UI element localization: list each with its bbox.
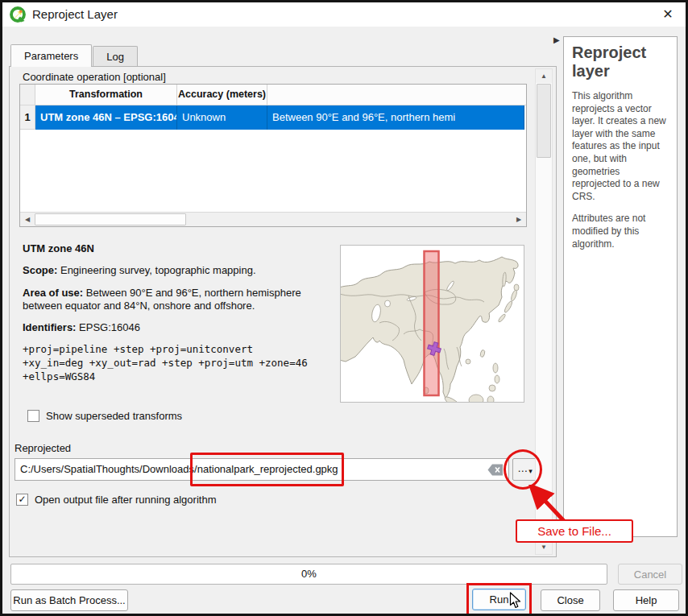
- clear-field-icon[interactable]: [487, 464, 504, 476]
- reprojected-label: Reprojected: [15, 442, 71, 454]
- help-title: Reproject layer: [572, 43, 669, 81]
- close-button[interactable]: Close: [541, 589, 600, 611]
- window-title: Reproject Layer: [32, 2, 118, 27]
- col-header-accuracy: Accuracy (meters): [177, 85, 267, 105]
- vertical-scroll-thumb[interactable]: [537, 84, 551, 158]
- cell-area[interactable]: Between 90°E and 96°E, northern hemi: [267, 105, 524, 130]
- table-row[interactable]: 1 UTM zone 46N – EPSG:16046 Unknown Betw…: [20, 105, 526, 130]
- open-after-label: Open output file after running algorithm: [35, 494, 216, 506]
- horizontal-scroll-thumb[interactable]: [35, 213, 186, 225]
- table-corner: [20, 85, 35, 105]
- save-to-file-annotation: Save to File...: [516, 519, 633, 543]
- scroll-left-icon[interactable]: ◀: [20, 213, 35, 226]
- table-header-row: Transformation Accuracy (meters): [20, 85, 526, 105]
- table-horizontal-scrollbar[interactable]: ◀ ▶: [20, 212, 526, 226]
- area-of-use-label: Area of use:: [23, 287, 83, 299]
- tab-bar: Parameters Log: [10, 44, 138, 67]
- reproject-layer-dialog: Reproject Layer ✕ Parameters Log Coordin…: [0, 0, 688, 616]
- utm-zone-strip: [425, 251, 439, 395]
- mouse-cursor-icon: [509, 592, 522, 609]
- scope-value: Engineering survey, topographic mapping.: [60, 264, 256, 276]
- show-superseded-checkbox[interactable]: [27, 410, 39, 422]
- crs-extent-map: [340, 245, 524, 403]
- tab-parameters[interactable]: Parameters: [10, 44, 92, 67]
- cancel-button[interactable]: Cancel: [618, 564, 682, 585]
- crs-title: UTM zone 46N: [23, 242, 94, 254]
- scroll-up-icon[interactable]: ▲: [536, 69, 552, 83]
- close-icon[interactable]: ✕: [655, 2, 681, 27]
- help-paragraph: Attributes are not modified by this algo…: [572, 213, 669, 250]
- crs-details: UTM zone 46N Scope: Engineering survey, …: [23, 242, 327, 384]
- identifiers-value: EPSG:16046: [79, 321, 140, 333]
- help-paragraph: This algorithm reprojects a vector layer…: [572, 90, 669, 203]
- help-panel: Reproject layer This algorithm reproject…: [563, 36, 678, 537]
- panel-collapse-icon[interactable]: ▶: [553, 35, 560, 44]
- scroll-right-icon[interactable]: ▶: [512, 213, 526, 226]
- parameters-pane: Coordinate operation [optional] Transfor…: [9, 66, 557, 557]
- cell-accuracy[interactable]: Unknown: [177, 105, 267, 130]
- scope-label: Scope:: [23, 264, 57, 276]
- open-after-row: ✓ Open output file after running algorit…: [16, 494, 216, 506]
- tab-log[interactable]: Log: [93, 46, 138, 67]
- annotation-arrow: [523, 485, 573, 523]
- title-bar: Reproject Layer ✕: [2, 2, 686, 27]
- help-button[interactable]: Help: [613, 589, 679, 611]
- world-map-preview: [341, 246, 524, 402]
- cell-transformation[interactable]: UTM zone 46N – EPSG:16046: [35, 105, 177, 130]
- qgis-logo-icon: [9, 6, 27, 23]
- show-superseded-label: Show superseded transforms: [46, 410, 182, 422]
- output-path-prefix: C:/Users/SpatialThoughts/Downloads/: [20, 463, 197, 475]
- browse-button-circle-annotation: [504, 449, 542, 490]
- identifiers-label: Identifiers:: [23, 321, 76, 333]
- show-superseded-row: Show superseded transforms: [27, 410, 182, 422]
- coordinate-operation-label: Coordinate operation [optional]: [23, 71, 166, 83]
- col-header-transformation: Transformation: [35, 85, 177, 105]
- transformation-table: Transformation Accuracy (meters) 1 UTM z…: [19, 84, 527, 227]
- proj-string: +proj=pipeline +step +proj=unitconvert +…: [23, 343, 327, 384]
- filename-highlight-annotation: [190, 453, 344, 486]
- row-number[interactable]: 1: [20, 105, 35, 130]
- run-as-batch-button[interactable]: Run as Batch Process...: [10, 589, 128, 611]
- check-icon: ✓: [18, 494, 26, 505]
- progress-bar: 0%: [10, 564, 607, 585]
- col-header-area: [267, 85, 524, 105]
- open-after-checkbox[interactable]: ✓: [16, 494, 28, 506]
